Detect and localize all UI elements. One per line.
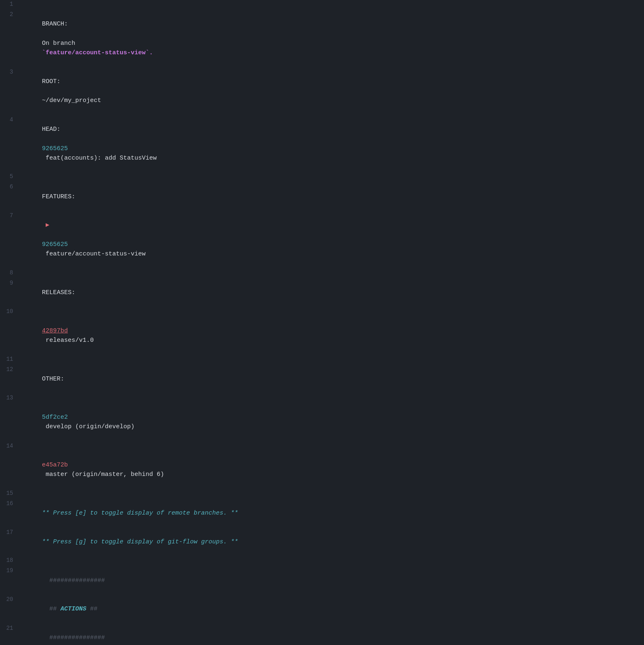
line-18: 18 [0, 556, 644, 566]
line-19: 19 ############### [0, 566, 644, 595]
branch-name: `feature/account-status-view`. [42, 49, 153, 56]
line-21: 21 ############### [0, 624, 644, 645]
features-header: FEATURES: [42, 193, 75, 200]
line-15: 15 [0, 489, 644, 499]
line-20: 20 ## ACTIONS ## [0, 595, 644, 624]
line-num-19: 19 [0, 566, 20, 575]
line-num-4: 4 [0, 116, 20, 125]
divider-top: ############### [42, 577, 105, 584]
line-num-5: 5 [0, 172, 20, 181]
feature-hash [42, 232, 46, 239]
line-12: 12 OTHER: [0, 365, 644, 394]
line-num-6: 6 [0, 183, 20, 192]
line-num-12: 12 [0, 365, 20, 374]
release-name: releases/v1.0 [42, 337, 94, 344]
master-indent [42, 452, 57, 459]
master-hash: e45a72b [42, 462, 68, 469]
root-value: ~/dev/my_project [42, 97, 101, 104]
line-num-16: 16 [0, 499, 20, 508]
line-11: 11 [0, 355, 644, 365]
line-num-11: 11 [0, 355, 20, 364]
line-10: 10 42897bd releases/v1.0 [0, 307, 644, 355]
line-7: 7 ▶ 9265625 feature/account-status-view [0, 211, 644, 269]
divider-bottom: ############### [42, 634, 105, 641]
line-num-2: 2 [0, 10, 20, 19]
feature-hash-val: 9265625 [42, 241, 68, 248]
line-num-21: 21 [0, 624, 20, 633]
line-num-14: 14 [0, 442, 20, 451]
release-hash: 42897bd [42, 327, 68, 334]
line-13: 13 5df2ce2 develop (origin/develop) [0, 393, 644, 441]
terminal: 1 2 BRANCH: On branch `feature/account-s… [0, 0, 644, 645]
line-8: 8 [0, 269, 644, 278]
line-num-17: 17 [0, 528, 20, 537]
line-num-1: 1 [0, 0, 20, 9]
other-header: OTHER: [42, 376, 64, 383]
master-name: master (origin/master, behind 6) [42, 471, 164, 478]
head-desc: feat(accounts): add StatusView [42, 155, 157, 162]
line-num-13: 13 [0, 394, 20, 403]
hint-remote: ** Press [e] to toggle display of remote… [42, 510, 238, 517]
line-num-9: 9 [0, 279, 20, 288]
release-indent [42, 318, 49, 325]
actions-prefix: ## [42, 606, 60, 613]
line-num-7: 7 [0, 211, 20, 220]
head-spacer [42, 135, 57, 142]
root-label: ROOT: [42, 78, 60, 85]
line-1: 1 [0, 0, 644, 10]
line-17: 17 ** Press [g] to toggle display of git… [0, 528, 644, 557]
line-4: 4 HEAD: 9265625 feat(accounts): add Stat… [0, 115, 644, 173]
line-num-10: 10 [0, 307, 20, 316]
feature-bullet: ▶ [42, 222, 49, 229]
head-label: HEAD: [42, 126, 60, 133]
develop-hash: 5df2ce2 [42, 414, 68, 421]
line-9: 9 RELEASES: [0, 278, 644, 307]
head-hash: 9265625 [42, 145, 68, 152]
develop-indent [42, 404, 57, 411]
branch-label: BRANCH: [42, 21, 68, 28]
line-num-8: 8 [0, 269, 20, 278]
root-spacer [42, 88, 57, 95]
line-16: 16 ** Press [e] to toggle display of rem… [0, 499, 644, 528]
actions-label: ACTIONS [60, 606, 86, 613]
actions-suffix: ## [86, 606, 97, 613]
develop-name: develop (origin/develop) [42, 423, 134, 430]
line-num-20: 20 [0, 595, 20, 604]
line-14: 14 e45a72b master (origin/master, behind… [0, 441, 644, 489]
feature-name: feature/account-status-view [42, 251, 146, 258]
branch-value-text [42, 30, 49, 37]
line-3: 3 ROOT: ~/dev/my_project [0, 67, 644, 115]
releases-header: RELEASES: [42, 289, 75, 296]
line-6: 6 FEATURES: [0, 182, 644, 211]
line-5: 5 [0, 172, 644, 182]
line-2: 2 BRANCH: On branch `feature/account-sta… [0, 10, 644, 67]
branch-on: On branch [42, 40, 79, 47]
line-num-15: 15 [0, 489, 20, 498]
hint-gitflow: ** Press [g] to toggle display of git-fl… [42, 538, 238, 545]
line-num-18: 18 [0, 556, 20, 565]
line-num-3: 3 [0, 68, 20, 77]
